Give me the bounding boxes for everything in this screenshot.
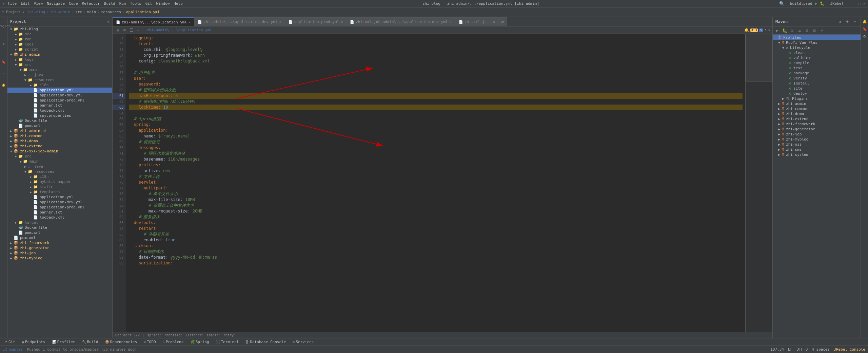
- tree-item-root-pom[interactable]: 📄 pom.xml: [7, 235, 112, 240]
- bookmarks-icon[interactable]: 🔖: [2, 60, 5, 64]
- tree-item-zhi-job[interactable]: ▶ 📦 zhi-job: [7, 250, 112, 256]
- tree-item-application-yml[interactable]: 📄 application.yml: [7, 88, 112, 93]
- maven-deploy[interactable]: ⚙ deploy: [773, 91, 861, 96]
- breadcrumb-file[interactable]: application.yml: [126, 10, 160, 14]
- dependencies-tab[interactable]: 📦 Dependencies: [103, 339, 139, 345]
- tree-item-xxl-dockerfile[interactable]: 🐳 Dockerfile: [7, 225, 112, 230]
- notifications-right-icon[interactable]: 🔔: [862, 18, 868, 24]
- maven-profiles[interactable]: ▶ Ⓟ Profiles: [773, 35, 861, 40]
- menu-refactor[interactable]: Refactor: [82, 1, 100, 6]
- tree-item-xxl-main[interactable]: ▼ 📁 main: [7, 159, 112, 164]
- tree-item-application-dev-yml[interactable]: 📄 application-dev.yml: [7, 93, 112, 98]
- maven-zhi-sms[interactable]: ▶ M zhi-sms: [773, 147, 861, 152]
- maven-clean[interactable]: ⚙ clean: [773, 50, 861, 55]
- tab-more[interactable]: ≫: [499, 17, 507, 26]
- menu-tools[interactable]: Tools: [130, 1, 141, 6]
- notifications-icon[interactable]: 🔔: [2, 83, 5, 87]
- maven-skip-icon[interactable]: ⊘: [789, 27, 795, 34]
- run-button[interactable]: ▶: [815, 1, 817, 6]
- tab-application-yml[interactable]: 📄 zhi-admin\...\application.yml ×: [113, 17, 194, 26]
- collapse-icon[interactable]: ∨: [768, 28, 770, 32]
- maven-zhi-extend[interactable]: ▶ M zhi-extend: [773, 116, 861, 122]
- menu-git[interactable]: Git: [145, 1, 152, 6]
- tree-item-xxl-src[interactable]: ▼ 📁 src: [7, 154, 112, 159]
- todo-tab[interactable]: ☑ TODO: [142, 339, 158, 345]
- tree-item-zhi-blog[interactable]: ▼ 📁 zhi-blog: [7, 26, 112, 32]
- menu-file[interactable]: File: [8, 1, 17, 6]
- tab-xxl-application-dev[interactable]: 📄 zhi-xxl-job-admin\...\application-dev.…: [347, 17, 455, 26]
- tree-item-admin-java[interactable]: ▶ ☕ java: [7, 72, 112, 77]
- window-controls[interactable]: 🔍 build:prod ▶ 🐛 JRebel — □ ✕: [779, 1, 865, 6]
- tree-item-banner-txt[interactable]: 📄 banner.txt: [7, 103, 112, 108]
- bookmark-right-icon[interactable]: 🔖: [862, 26, 868, 32]
- breadcrumb-src[interactable]: src: [75, 10, 82, 14]
- menu-view[interactable]: View: [34, 1, 43, 6]
- tree-item-logs[interactable]: ▶ 📁 logs: [7, 42, 112, 47]
- tree-item-admin-src[interactable]: ▼ 📁 src: [7, 62, 112, 67]
- maven-zhi-framework[interactable]: ▶ M zhi-framework: [773, 122, 861, 127]
- bc-admin[interactable]: zhi-admin\...\application.yml: [147, 28, 212, 32]
- tree-item-admin-resources[interactable]: ▼ 📁 resources: [7, 77, 112, 82]
- settings-icon[interactable]: ⚙: [115, 27, 121, 33]
- tree-item-zhi-extend[interactable]: ▶ 📦 zhi-extend: [7, 144, 112, 149]
- build-tab[interactable]: 🔨 Build: [80, 339, 100, 345]
- menu-help[interactable]: Help: [174, 1, 183, 6]
- tree-item-xxl-java[interactable]: ▶ ☕ java: [7, 164, 112, 169]
- commit-icon[interactable]: ⊞: [3, 42, 4, 45]
- services-tab[interactable]: ⚙ Services: [291, 339, 316, 345]
- tree-item-xxl-app-prod[interactable]: 📄 application-prod.yml: [7, 205, 112, 210]
- maven-install[interactable]: ⚙ install: [773, 81, 861, 86]
- db-console-tab[interactable]: 🗄 Database Console: [243, 339, 288, 345]
- maven-root-project[interactable]: ▼ M RuoYi-Vue-Plus: [773, 40, 861, 45]
- maven-more-icon[interactable]: ⋯: [852, 19, 858, 25]
- maven-zhi-demo[interactable]: ▶ M zhi-demo: [773, 111, 861, 116]
- tree-item-pom-xml[interactable]: 📄 pom.xml: [7, 123, 112, 128]
- code-editor[interactable]: logging: level: com.zhi: @logging.level@…: [126, 34, 745, 332]
- tab-application-prod-yml[interactable]: 📄 application-prod.yml ×: [285, 17, 347, 26]
- tree-item-admin-i18n[interactable]: ▶ 📁 i18n: [7, 82, 112, 88]
- tree-item-application-prod-yml[interactable]: 📄 application-prod.yml: [7, 98, 112, 103]
- maven-verify[interactable]: ⚙ verify: [773, 76, 861, 81]
- breadcrumb-blog[interactable]: zhi-blog: [27, 10, 45, 14]
- search-everywhere-icon[interactable]: 🔍: [779, 1, 785, 6]
- maven-zhi-myblog[interactable]: ▶ M zhi-myblog: [773, 137, 861, 142]
- expand-icon[interactable]: ∧: [765, 28, 767, 32]
- tree-item-logback-xml[interactable]: 📄 logback.xml: [7, 108, 112, 113]
- maven-validate[interactable]: ⚙ validate: [773, 55, 861, 60]
- structure-icon[interactable]: ≡: [3, 72, 4, 75]
- menu-code[interactable]: Code: [69, 1, 78, 6]
- tree-item-xxl-pom[interactable]: 📄 pom.xml: [7, 230, 112, 235]
- tab-bar[interactable]: 📄 zhi-admin\...\application.yml × 📄 zhi-…: [113, 17, 772, 26]
- tree-item-xxl-resources[interactable]: ▼ 📁 resources: [7, 169, 112, 174]
- maven-zhi-common[interactable]: ▶ M zhi-common: [773, 106, 861, 111]
- problems-tab[interactable]: ⚠ Problems: [161, 339, 186, 345]
- align-icon[interactable]: ☰: [128, 27, 134, 33]
- menu-edit[interactable]: Edit: [21, 1, 30, 6]
- maven-debug-icon[interactable]: 🐛: [782, 27, 788, 34]
- tree-item-zhi-framework[interactable]: ▶ 📦 zhi-framework: [7, 240, 112, 245]
- breadcrumb-admin[interactable]: zhi-admin: [50, 10, 71, 14]
- debug-button[interactable]: 🐛: [820, 1, 825, 6]
- maven-test[interactable]: ⚙ test: [773, 66, 861, 71]
- maven-site[interactable]: ⚙ site: [773, 86, 861, 91]
- tree-item-zhi-demo[interactable]: ▶ 📦 zhi-demo: [7, 138, 112, 144]
- maven-refresh-icon[interactable]: ↺: [837, 19, 843, 25]
- tree-item-zhi-admin-ui[interactable]: ▶ 📦 zhi-admin-ui: [7, 128, 112, 133]
- menu-window[interactable]: Window: [156, 1, 170, 6]
- tree-item-xxl-banner[interactable]: 📄 banner.txt: [7, 210, 112, 215]
- profiler-tab[interactable]: 📊 Profiler: [50, 339, 77, 345]
- maven-add-icon[interactable]: +: [844, 19, 850, 25]
- tree-item-dockerfile[interactable]: 🐳 Dockerfile: [7, 118, 112, 123]
- tree-item-xxl-i18n[interactable]: ▶ 📁 i18n: [7, 174, 112, 179]
- sidebar-settings-icon[interactable]: ⚙: [107, 20, 110, 23]
- maven-toggle-icon[interactable]: ≡: [796, 27, 803, 34]
- maven-run-icon[interactable]: ▶: [774, 27, 780, 34]
- menu-bar[interactable]: File Edit View Navigate Code Refactor Bu…: [8, 1, 183, 6]
- tree-item-src[interactable]: ▶ 📁 src: [7, 32, 112, 37]
- tab-application-dev-yml[interactable]: 📄 zhi-admin\...\application-dev.yml ×: [194, 17, 285, 26]
- tree-item-xxl-static[interactable]: ▶ 📁 static: [7, 184, 112, 189]
- spring-tab[interactable]: 🌿 Spring: [189, 339, 211, 345]
- maven-zhi-admin[interactable]: ▶ M zhi-admin: [773, 101, 861, 106]
- tab-xxl-short[interactable]: 📄 zhi-xxl-j... ×: [455, 17, 499, 26]
- maven-zhi-job[interactable]: ▶ M zhi-job: [773, 132, 861, 137]
